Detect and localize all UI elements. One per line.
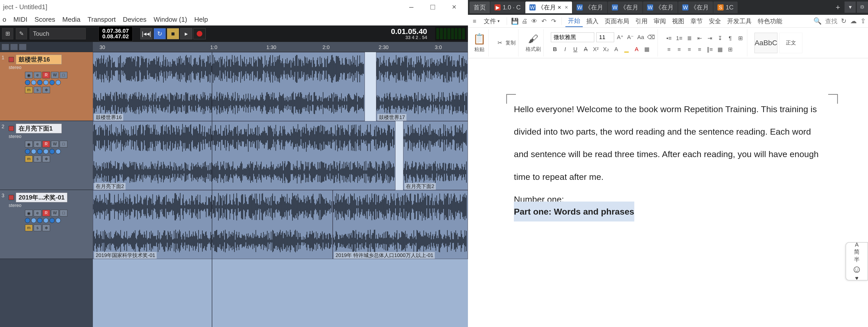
edit-button[interactable]: e — [34, 141, 41, 147]
align-left-icon[interactable]: ≡ — [665, 46, 673, 54]
tabs-overflow-button[interactable]: ▾ — [844, 2, 856, 13]
record-enable-icon[interactable] — [9, 195, 14, 200]
document-tab[interactable]: W《在月 — [608, 2, 643, 13]
tracklist-btn-1[interactable] — [2, 44, 9, 50]
track-list-empty-area[interactable] — [0, 259, 93, 327]
insert-slot-icon[interactable] — [50, 218, 55, 223]
doc-paragraph[interactable]: time to repeat after me. — [514, 167, 830, 187]
write-automation-button[interactable]: W — [51, 141, 59, 147]
audio-clip[interactable]: 2019年 特许城乡总体人口1000万人以上-01 — [333, 190, 468, 259]
align-right-icon[interactable]: ≡ — [685, 46, 693, 54]
insert-slot-icon[interactable] — [25, 149, 30, 154]
doc-paragraph[interactable]: and sentence will be read three times. A… — [514, 144, 830, 164]
playhead[interactable] — [212, 52, 212, 327]
menu-scores[interactable]: Scores — [34, 16, 55, 24]
redo-icon[interactable]: ↷ — [549, 17, 558, 26]
doc-heading[interactable]: Part one: Words and phrases — [514, 201, 634, 221]
automation-mode-select[interactable]: Touch — [30, 28, 86, 39]
decrease-indent-icon[interactable]: ⇤ — [695, 34, 704, 43]
multilevel-list-icon[interactable]: ≣ — [685, 34, 693, 43]
track-header[interactable]: 32019年...术奖-01stereo◉eRW□ms❄ — [0, 190, 93, 259]
menu-midi[interactable]: MIDI — [13, 16, 27, 24]
file-menu[interactable]: 文件 ▾ — [480, 16, 503, 26]
shrink-font-icon[interactable]: A⁻ — [626, 33, 634, 42]
bullets-icon[interactable]: •≡ — [665, 34, 673, 43]
maximize-button[interactable]: □ — [422, 0, 443, 14]
ribbon-tab-insert[interactable]: 插入 — [584, 16, 601, 27]
menu-window[interactable]: Window (1) — [154, 16, 187, 24]
insert-slot-icon[interactable] — [56, 149, 61, 154]
wp-page-area[interactable]: Hello everyone! Welcome to the book worm… — [468, 58, 868, 327]
text-effects-icon[interactable]: A — [612, 45, 620, 53]
record-enable-icon[interactable] — [9, 126, 14, 131]
grow-font-icon[interactable]: A⁺ — [616, 33, 624, 42]
monitor-button[interactable]: ◉ — [25, 141, 33, 147]
play-button[interactable]: ▸ — [180, 28, 192, 39]
tracklist-btn-3[interactable] — [19, 44, 27, 50]
track-name-field[interactable]: 在月亮下面1 — [16, 124, 62, 133]
ribbon-tab-pagelayout[interactable]: 页面布局 — [602, 16, 632, 27]
track-header[interactable]: 2在月亮下面1stereo◉eRW□ms❄ — [0, 121, 93, 190]
document-page[interactable]: Hello everyone! Welcome to the book worm… — [499, 69, 845, 298]
menu-transport[interactable]: Transport — [88, 16, 116, 24]
ribbon-tab-references[interactable]: 引用 — [633, 16, 650, 27]
insert-slot-icon[interactable] — [37, 149, 42, 154]
share-icon[interactable]: ⇪ — [860, 17, 866, 25]
borders-icon[interactable]: ⊞ — [726, 46, 734, 54]
mute-button[interactable]: m — [25, 87, 33, 93]
document-tab[interactable]: S1C — [713, 2, 738, 13]
doc-paragraph[interactable]: Hello everyone! Welcome to the book worm… — [514, 99, 830, 119]
menu-media[interactable]: Media — [62, 16, 81, 24]
record-arm-button[interactable]: R — [42, 72, 50, 78]
document-tab[interactable]: W《在月 ×× — [525, 2, 572, 13]
paste-icon[interactable]: 📋 — [473, 33, 486, 45]
track-name-field[interactable]: 2019年...术奖-01 — [16, 193, 67, 202]
font-color-icon[interactable]: A — [632, 45, 641, 53]
lane-button[interactable]: □ — [60, 141, 67, 147]
insert-slot-icon[interactable] — [37, 218, 42, 223]
clear-format-icon[interactable]: ⌫ — [647, 33, 655, 42]
record-enable-icon[interactable] — [9, 57, 14, 62]
audio-clip[interactable]: 鼓楼世界16 — [93, 52, 365, 121]
mute-button[interactable]: m — [25, 224, 33, 231]
shading-fill-icon[interactable]: ▦ — [716, 46, 724, 54]
superscript-button[interactable]: X² — [592, 45, 600, 53]
rewind-start-button[interactable]: |◂◂| — [140, 28, 153, 39]
numbering-icon[interactable]: 1≡ — [675, 34, 683, 43]
hamburger-icon[interactable]: ≡ — [470, 17, 479, 26]
insert-slot-icon[interactable] — [31, 149, 36, 154]
write-automation-button[interactable]: W — [51, 210, 59, 216]
solo-button[interactable]: s — [34, 156, 41, 162]
time-ruler[interactable]: 301:01:302:02:303:0 — [93, 42, 468, 52]
insert-slot-icon[interactable] — [25, 80, 30, 85]
track-header[interactable]: 1鼓楼世界16stereo◉eRW□ms❄ — [0, 52, 93, 121]
search-label[interactable]: 查找 — [825, 17, 837, 25]
ribbon-tab-home[interactable]: 开始 — [565, 15, 583, 27]
document-tab[interactable]: 首页 — [469, 2, 490, 13]
lane-button[interactable]: □ — [60, 210, 67, 216]
audio-clip[interactable]: 在月亮下面2 — [93, 121, 396, 190]
show-marks-icon[interactable]: ¶ — [726, 34, 734, 43]
justify-icon[interactable]: ≡ — [695, 46, 704, 54]
new-tab-button[interactable]: + — [832, 2, 843, 13]
font-size-select[interactable]: 11 — [596, 32, 614, 42]
tab-close-icon[interactable]: × — [565, 4, 568, 11]
draw-tool-icon[interactable]: ✎ — [16, 28, 27, 39]
insert-slot-icon[interactable] — [25, 218, 30, 223]
insert-slot-icon[interactable] — [43, 218, 49, 223]
menu-help[interactable]: Help — [194, 16, 208, 24]
ribbon-tab-security[interactable]: 安全 — [706, 16, 723, 27]
document-tab[interactable]: ▶1.0 · C — [490, 2, 525, 13]
increase-indent-icon[interactable]: ⇥ — [706, 34, 714, 43]
close-button[interactable]: × — [443, 0, 465, 14]
ribbon-tab-review[interactable]: 审阅 — [651, 16, 669, 27]
bold-button[interactable]: B — [551, 45, 559, 53]
minimize-button[interactable]: – — [401, 0, 422, 14]
insert-slot-icon[interactable] — [31, 80, 36, 85]
ribbon-tab-special[interactable]: 特色功能 — [755, 16, 785, 27]
tools-icon[interactable]: ⊞ — [736, 34, 745, 43]
style-name[interactable]: 正文 — [779, 33, 802, 53]
insert-slot-icon[interactable] — [43, 80, 49, 85]
document-tab[interactable]: W《在月 — [643, 2, 678, 13]
edit-button[interactable]: e — [34, 210, 41, 216]
